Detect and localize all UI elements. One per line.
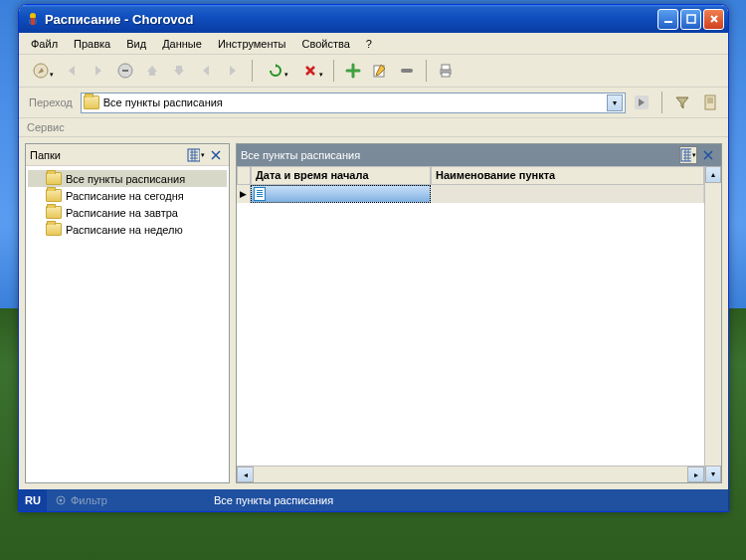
scroll-track[interactable]	[705, 183, 721, 466]
tree-item-week[interactable]: Расписание на неделю	[28, 221, 227, 238]
svg-rect-5	[687, 15, 695, 23]
refresh-button[interactable]	[260, 59, 291, 83]
folder-icon	[46, 206, 62, 219]
menu-help[interactable]: ?	[358, 36, 380, 52]
status-filter[interactable]: Фильтр	[47, 494, 206, 506]
toolbar-explore-button[interactable]	[25, 59, 57, 83]
main-toolbar	[19, 55, 728, 88]
scroll-track[interactable]	[254, 467, 687, 482]
grid-panel-header: Все пункты расписания ▾	[237, 144, 721, 166]
grid-area: Дата и время начала Наименование пункта …	[237, 166, 721, 482]
svg-rect-8	[122, 70, 128, 72]
tree-item-all[interactable]: Все пункты расписания	[28, 170, 227, 187]
add-button[interactable]	[341, 59, 365, 83]
menu-file[interactable]: Файл	[23, 36, 66, 52]
document-button[interactable]	[698, 91, 722, 114]
address-combo[interactable]: Все пункты расписания ▾	[81, 93, 626, 113]
app-window: Расписание - Chorovod Файл Правка Вид Да…	[18, 4, 729, 512]
folder-icon	[84, 95, 99, 109]
svg-rect-12	[442, 65, 450, 70]
tree-item-today[interactable]: Расписание на сегодня	[28, 187, 227, 204]
address-text: Все пункты расписания	[103, 96, 607, 108]
grid-panel-options-button[interactable]: ▾	[679, 146, 697, 164]
stop-button[interactable]	[113, 59, 137, 83]
addressbar: Переход Все пункты расписания ▾	[19, 88, 728, 118]
folders-panel-header: Папки ▾	[26, 144, 229, 166]
document-icon	[254, 187, 266, 201]
scroll-down-button[interactable]: ▾	[705, 466, 721, 482]
window-title: Расписание - Chorovod	[45, 12, 657, 27]
up-button[interactable]	[140, 59, 164, 83]
scroll-right-button[interactable]: ▸	[687, 467, 704, 482]
maximize-button[interactable]	[680, 9, 701, 30]
service-label: Сервис	[27, 121, 65, 133]
grid-body[interactable]: ▶	[237, 185, 704, 466]
menu-data[interactable]: Данные	[154, 36, 210, 52]
folder-tree: Все пункты расписания Расписание на сего…	[26, 166, 229, 482]
grid-panel: Все пункты расписания ▾ Дата и время нач…	[236, 143, 722, 483]
grid-indicator-header	[237, 166, 251, 185]
delete-button[interactable]	[294, 59, 326, 83]
go-button[interactable]	[630, 91, 653, 114]
folders-panel: Папки ▾ Все пункты расписания Расписание…	[25, 143, 230, 483]
tree-item-label: Все пункты расписания	[66, 173, 185, 185]
svg-rect-4	[664, 21, 672, 23]
cell-datetime[interactable]	[251, 185, 431, 203]
titlebar[interactable]: Расписание - Chorovod	[19, 5, 728, 33]
svg-rect-10	[401, 69, 413, 73]
remove-button[interactable]	[395, 59, 419, 83]
edit-button[interactable]	[368, 59, 392, 83]
folders-panel-close-button[interactable]	[207, 146, 225, 164]
forward-button[interactable]	[87, 59, 110, 83]
grid-headers: Дата и время начала Наименование пункта	[237, 166, 704, 185]
svg-rect-3	[35, 19, 37, 24]
statusbar: RU Фильтр Все пункты расписания	[19, 489, 728, 511]
horizontal-scrollbar[interactable]: ◂ ▸	[237, 466, 704, 482]
menubar: Файл Правка Вид Данные Инструменты Свойс…	[19, 33, 728, 55]
svg-rect-2	[29, 19, 31, 24]
menu-tools[interactable]: Инструменты	[210, 36, 294, 52]
gear-icon	[55, 494, 67, 506]
grid-panel-title: Все пункты расписания	[241, 149, 677, 161]
filter-button[interactable]	[670, 91, 694, 114]
down-button[interactable]	[167, 59, 191, 83]
back-button[interactable]	[60, 59, 84, 83]
grid-panel-close-button[interactable]	[699, 146, 717, 164]
address-label: Переход	[25, 96, 77, 108]
status-filter-label: Фильтр	[71, 494, 107, 506]
column-header-datetime[interactable]: Дата и время начала	[251, 166, 431, 185]
tree-item-label: Расписание на неделю	[66, 224, 183, 236]
address-dropdown-button[interactable]: ▾	[607, 94, 623, 111]
close-button[interactable]	[703, 9, 724, 30]
folders-panel-options-button[interactable]: ▾	[187, 146, 205, 164]
svg-rect-1	[31, 18, 35, 25]
minimize-button[interactable]	[657, 9, 678, 30]
folders-panel-title: Папки	[30, 149, 185, 161]
vertical-scrollbar[interactable]: ▴ ▾	[704, 166, 721, 482]
menu-edit[interactable]: Правка	[66, 36, 118, 52]
folder-icon	[46, 172, 62, 185]
scroll-up-button[interactable]: ▴	[705, 166, 721, 183]
print-button[interactable]	[434, 59, 458, 83]
svg-rect-13	[442, 73, 450, 77]
tree-item-tomorrow[interactable]: Расписание на завтра	[28, 204, 227, 221]
svg-point-19	[60, 499, 63, 502]
menu-view[interactable]: Вид	[118, 36, 154, 52]
folder-icon	[46, 223, 62, 236]
cell-name[interactable]	[431, 185, 704, 203]
app-icon	[25, 11, 41, 27]
row-indicator: ▶	[237, 185, 251, 203]
next-button[interactable]	[221, 59, 245, 83]
content-area: Папки ▾ Все пункты расписания Расписание…	[19, 137, 728, 489]
status-language[interactable]: RU	[19, 489, 47, 511]
table-row[interactable]: ▶	[237, 185, 704, 203]
prev-button[interactable]	[194, 59, 218, 83]
menu-properties[interactable]: Свойства	[293, 36, 357, 52]
tree-item-label: Расписание на завтра	[66, 207, 178, 219]
tree-item-label: Расписание на сегодня	[66, 190, 184, 202]
servicebar: Сервис	[19, 118, 728, 137]
status-text: Все пункты расписания	[206, 494, 728, 506]
column-header-name[interactable]: Наименование пункта	[431, 166, 704, 185]
scroll-left-button[interactable]: ◂	[237, 467, 254, 482]
folder-icon	[46, 189, 62, 202]
